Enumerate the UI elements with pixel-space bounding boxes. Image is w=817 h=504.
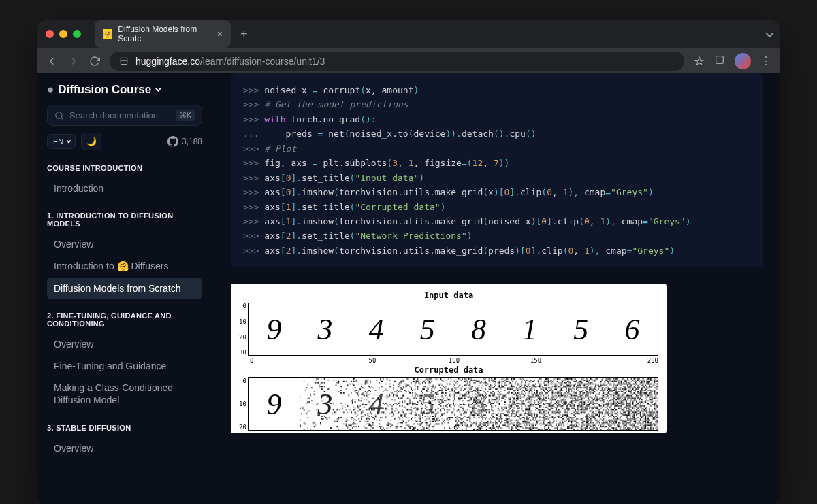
url-actions: ☆ ⋮ <box>694 53 771 69</box>
chart-row: 010203093458156 <box>239 303 658 356</box>
site-info-icon <box>119 56 129 66</box>
browser-window: 🤗 Diffusion Models from Scratc × + huggi… <box>37 20 780 504</box>
code-line: >>> axs[2].imshow(torchvision.utils.make… <box>243 243 751 258</box>
noisy-digit-cell: 5 <box>556 378 607 430</box>
digit-cell: 5 <box>402 303 453 355</box>
section-header: COURSE INTRODUCTION <box>47 164 202 172</box>
code-block[interactable]: >>> noised_x = corrupt(x, amount)>>> # G… <box>231 73 763 267</box>
digit-cell: 5 <box>556 303 607 355</box>
output-figure: Input data010203093458156050100150200Cor… <box>231 284 667 433</box>
search-icon <box>54 111 64 120</box>
browser-tab[interactable]: 🤗 Diffusion Models from Scratc × <box>95 20 231 48</box>
code-line: >>> noised_x = corrupt(x, amount) <box>243 83 751 97</box>
chevron-down-icon <box>155 86 161 91</box>
digit-cell: 1 <box>504 303 556 355</box>
nav-item[interactable]: Introduction <box>47 178 202 199</box>
nav-item[interactable]: Overview <box>47 437 202 459</box>
code-line: >>> # Get the model predictions <box>243 97 751 112</box>
search-input[interactable]: Search documentation ⌘K <box>47 105 202 126</box>
svg-point-3 <box>56 112 62 118</box>
digit-cell: 9 <box>249 303 300 355</box>
favicon-icon: 🤗 <box>103 29 112 39</box>
chart-row: 0102093458156 <box>239 377 658 431</box>
nav-item[interactable]: Overview <box>47 333 202 355</box>
search-shortcut: ⌘K <box>176 110 195 121</box>
digit-cell: 8 <box>453 303 504 355</box>
github-icon <box>167 136 178 147</box>
noisy-digit-cell: 3 <box>300 378 351 430</box>
close-tab-button[interactable]: × <box>217 29 223 39</box>
code-line: ... preds = net(noised_x.to(device)).det… <box>243 127 751 141</box>
code-line: >>> axs[1].imshow(torchvision.utils.make… <box>243 214 751 229</box>
x-axis: 050100150200 <box>239 356 658 364</box>
course-title-label: Diffusion Course <box>58 83 151 97</box>
section-header: 3. STABLE DIFFUSION <box>47 424 202 432</box>
nav-item[interactable]: Overview <box>47 233 202 255</box>
search-placeholder: Search documentation <box>69 110 158 120</box>
code-line: >>> fig, axs = plt.subplots(3, 1, figsiz… <box>243 156 751 170</box>
svg-rect-2 <box>716 56 724 63</box>
y-axis: 0102030 <box>239 303 248 356</box>
tab-title: Diffusion Models from Scratc <box>118 24 211 44</box>
noisy-digit-cell: 1 <box>504 378 556 430</box>
github-stars-count: 3,188 <box>182 137 202 146</box>
back-button[interactable] <box>46 55 58 67</box>
digit-cell: 3 <box>300 303 351 355</box>
url-field[interactable]: huggingface.co/learn/diffusion-course/un… <box>110 52 684 71</box>
svg-rect-0 <box>121 58 127 64</box>
language-selector[interactable]: EN <box>47 134 76 149</box>
nav-item[interactable]: Fine-Tuning and Guidance <box>47 355 202 377</box>
chevron-down-icon <box>67 138 71 143</box>
tabstrip-expand-button[interactable] <box>766 28 771 40</box>
nav-item[interactable]: Introduction to 🤗 Diffusers <box>47 255 202 277</box>
close-window-button[interactable] <box>46 30 54 38</box>
image-strip: 93458156 <box>248 377 658 431</box>
github-link[interactable]: 3,188 <box>167 136 202 147</box>
url-bar: huggingface.co/learn/diffusion-course/un… <box>37 48 780 73</box>
tab-bar: 🤗 Diffusion Models from Scratc × + <box>37 20 780 48</box>
code-line: >>> axs[1].set_title("Corrupted data") <box>243 200 751 214</box>
image-strip: 93458156 <box>248 303 658 356</box>
chevron-down-icon <box>766 30 773 37</box>
language-label: EN <box>53 137 63 146</box>
noisy-digit-cell: 9 <box>249 378 300 430</box>
code-line: >>> axs[0].imshow(torchvision.utils.make… <box>243 185 751 199</box>
sidebar: ● Diffusion Course Search documentation … <box>37 73 214 504</box>
noisy-digit-cell: 8 <box>453 378 504 430</box>
digit-cell: 4 <box>351 303 402 355</box>
nav-item[interactable]: Diffusion Models from Scratch <box>47 278 202 299</box>
moon-icon: 🌙 <box>86 137 97 146</box>
svg-line-4 <box>61 117 63 119</box>
noisy-digit-cell: 5 <box>402 378 453 430</box>
noisy-digit-cell: 6 <box>607 378 658 430</box>
section-header: 1. INTRODUCTION TO DIFFUSION MODELS <box>47 212 202 228</box>
chart-title: Input data <box>239 290 658 300</box>
code-line: >>> # Plot <box>243 141 751 156</box>
new-tab-button[interactable]: + <box>236 27 252 41</box>
theme-toggle[interactable]: 🌙 <box>81 133 101 150</box>
maximize-window-button[interactable] <box>73 30 81 38</box>
section-header: 2. FINE-TUNING, GUIDANCE AND CONDITIONIN… <box>47 312 202 328</box>
window-controls <box>46 30 81 38</box>
code-line: >>> axs[0].set_title("Input data") <box>243 171 751 185</box>
code-line: >>> axs[2].set_title("Network Prediction… <box>243 229 751 243</box>
chart-title: Corrupted data <box>239 365 658 375</box>
page-content: ● Diffusion Course Search documentation … <box>37 73 780 504</box>
y-axis: 01020 <box>239 377 248 431</box>
reload-button[interactable] <box>89 56 100 67</box>
profile-avatar[interactable] <box>735 53 751 69</box>
sidebar-controls: EN 🌙 3,188 <box>47 133 202 150</box>
menu-button[interactable]: ⋮ <box>760 54 771 67</box>
url-text: huggingface.co/learn/diffusion-course/un… <box>135 56 325 67</box>
nav-item[interactable]: Making a Class-Conditioned Diffusion Mod… <box>47 377 202 411</box>
forward-button[interactable] <box>67 55 80 67</box>
course-title-dropdown[interactable]: ● Diffusion Course <box>47 83 202 97</box>
digit-cell: 6 <box>607 303 658 355</box>
extensions-button[interactable] <box>714 54 725 68</box>
nav-sections: COURSE INTRODUCTIONIntroduction1. INTROD… <box>47 164 202 459</box>
bookmark-button[interactable]: ☆ <box>694 54 705 69</box>
code-line: >>> with torch.no_grad(): <box>243 112 751 127</box>
noisy-digit-cell: 4 <box>351 378 402 430</box>
minimize-window-button[interactable] <box>59 30 67 38</box>
main-content[interactable]: >>> noised_x = corrupt(x, amount)>>> # G… <box>214 73 780 504</box>
